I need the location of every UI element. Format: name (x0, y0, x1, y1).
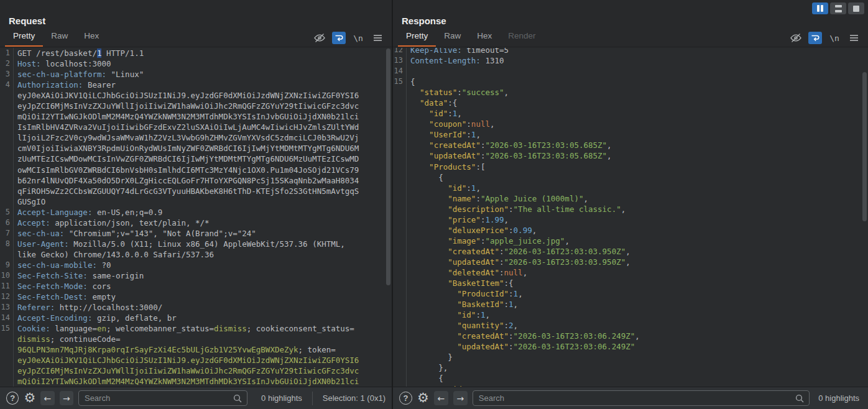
code-line: dismiss; continueCode= (0, 334, 392, 344)
code-line: mQiOiI2YTIwNGJkODlmM2M4MzQ4YWZkNWM3N2M3M… (0, 111, 392, 122)
code-line: 12Keep-Alive: timeout=5 (393, 48, 868, 55)
line-number: 2 (0, 58, 14, 69)
newline-chars-icon: \n (829, 34, 839, 43)
layout-rows-button[interactable] (830, 2, 846, 14)
line-number (393, 214, 407, 225)
code-line: "Products":[ (393, 162, 868, 172)
code-line: { (393, 373, 868, 384)
line-number (0, 165, 14, 175)
code-line: zUuMTEzICswMDowMCIsInVwZGF0ZWRBdCI6IjIwM… (0, 154, 392, 164)
response-search-toolbar: ? ⚙ ← → 0 highlights (393, 387, 868, 409)
code-line: 11Sec-Fetch-Mode: cors (0, 281, 392, 292)
editor-menu-button[interactable] (371, 32, 384, 44)
next-match-button[interactable]: → (60, 391, 73, 405)
line-number (393, 140, 407, 150)
code-line: "description":"The all-time classic.", (393, 204, 868, 214)
word-wrap-toggle-button[interactable] (808, 32, 822, 44)
code-line: qFiROH5wZz2CCbsWZGUUQY74dLrGcG3VTyuuHBAK… (0, 186, 392, 196)
code-line: { (393, 172, 868, 183)
search-input[interactable] (473, 391, 809, 405)
line-number (393, 119, 407, 129)
line-number: 10 (0, 270, 14, 281)
search-input[interactable] (79, 391, 247, 405)
show-newlines-button[interactable]: \n (828, 32, 841, 44)
line-number (0, 344, 14, 355)
line-number (393, 108, 407, 119)
request-search-toolbar: ? ⚙ ← → 0 highlights Selection: 1 (0x1) (0, 387, 392, 409)
code-line: 9sec-ch-ua-mobile: ?0 (0, 260, 392, 270)
code-line: "id":1, (393, 108, 868, 119)
code-line: 7sec-ch-ua: "Chromium";v="143", "Not A(B… (0, 228, 392, 239)
next-match-button[interactable]: → (453, 391, 468, 405)
hamburger-menu-icon (849, 34, 859, 42)
code-line: "status":"success", (393, 87, 868, 98)
tab-raw[interactable]: Raw (43, 27, 76, 47)
previous-match-button[interactable]: ← (40, 391, 54, 405)
code-line: "deluxePrice":0.99, (393, 225, 868, 236)
line-number: 13 (393, 55, 407, 66)
help-button[interactable]: ? (399, 392, 412, 405)
code-line: b62nr4lNUvQDF4Xa50dO5DrX0LZgHiccEQLGoFr7… (0, 175, 392, 186)
tab-pretty[interactable]: Pretty (398, 27, 436, 47)
settings-gear-button[interactable]: ⚙ (417, 392, 429, 405)
code-line: GUSgIO (0, 196, 392, 207)
tab-pretty[interactable]: Pretty (5, 27, 43, 47)
tab-hex[interactable]: Hex (76, 27, 107, 47)
code-line: "UserId":1, (393, 129, 868, 140)
request-scrollbar-thumb[interactable] (386, 48, 390, 285)
code-line: 5Accept-Language: en-US,en;q=0.9 (0, 207, 392, 218)
tab-hex[interactable]: Hex (469, 27, 500, 47)
tab-raw[interactable]: Raw (436, 27, 469, 47)
response-editor[interactable]: 12Keep-Alive: timeout=513Content-Length:… (393, 48, 868, 387)
code-line: "BasketItem":{ (393, 278, 868, 288)
code-line: eyJ0eXAiOiJKV1QiLCJhbGciOiJSUzI1NiJ9.eyJ… (0, 90, 392, 101)
columns-layout-icon (817, 5, 820, 12)
code-line: "quantity":2, (393, 320, 868, 331)
editor-menu-button[interactable] (847, 32, 861, 44)
line-number (0, 355, 14, 365)
rows-layout-icon (835, 4, 842, 13)
hide-nonprintable-icon[interactable] (789, 32, 803, 44)
settings-gear-button[interactable]: ⚙ (24, 392, 35, 405)
line-number (0, 111, 14, 122)
line-number (393, 236, 407, 246)
line-number (0, 122, 14, 132)
code-line: } (393, 352, 868, 362)
line-number (0, 143, 14, 154)
line-number: 15 (0, 323, 14, 334)
line-number: 1 (0, 48, 14, 58)
code-line: eyJpZCI6MjMsInVzZXJuYWllIjoiIiwiZW1haWwi… (0, 101, 392, 111)
previous-match-button[interactable]: ← (434, 391, 448, 405)
search-icon (795, 393, 805, 406)
hide-nonprintable-icon[interactable] (313, 32, 326, 44)
line-number (0, 249, 14, 260)
code-line: 10Sec-Fetch-Site: same-origin (0, 270, 392, 281)
request-editor[interactable]: 1GET /rest/basket/1 HTTP/1.12Host: local… (0, 48, 392, 387)
layout-single-button[interactable] (848, 2, 864, 14)
word-wrap-toggle-button[interactable] (332, 32, 346, 44)
line-number (0, 186, 14, 196)
line-number: 14 (393, 66, 407, 76)
line-number: 15 (393, 76, 407, 87)
code-line: 1GET /rest/basket/1 HTTP/1.1 (0, 48, 392, 58)
line-number (0, 196, 14, 207)
line-number (0, 365, 14, 376)
code-line: "BasketId":1, (393, 299, 868, 310)
response-scrollbar-thumb[interactable] (862, 72, 867, 221)
help-button[interactable]: ? (6, 392, 19, 405)
line-number (0, 132, 14, 143)
code-line: "updatedAt":"2026-03-16T23:03:03.950Z", (393, 257, 868, 267)
code-line: 13Referer: http://localhost:3000/ (0, 302, 392, 313)
line-number (0, 376, 14, 387)
line-number (393, 352, 407, 362)
code-line: 14 (393, 66, 868, 76)
code-line: 15Cookie: language=en; welcomebanner_sta… (0, 323, 392, 334)
line-number (393, 98, 407, 108)
code-line: "ProductId":1, (393, 288, 868, 299)
response-panel: Response Pretty Raw Hex Render \n (393, 0, 868, 387)
line-number: 12 (0, 292, 14, 302)
layout-columns-button[interactable] (812, 2, 828, 14)
show-newlines-button[interactable]: \n (351, 32, 365, 44)
page-title: Response (402, 16, 446, 26)
hamburger-menu-icon (373, 34, 382, 42)
